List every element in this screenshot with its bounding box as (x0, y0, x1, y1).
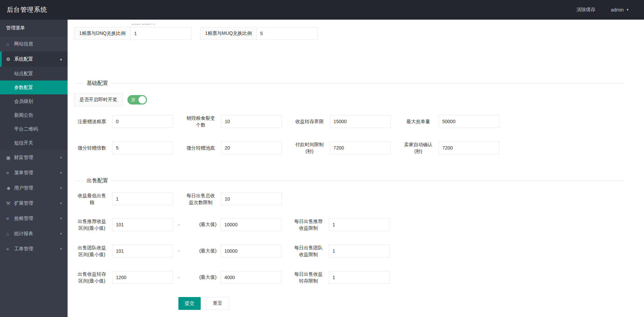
sidebar-header: 管理菜单 (0, 20, 68, 36)
income-transfer-limit-input[interactable] (330, 115, 391, 128)
field-max-grab: 最大抢单量 (402, 115, 511, 128)
dnq-ratio-input[interactable] (131, 27, 191, 40)
toggle-knob (139, 96, 146, 104)
sidebar-item-user-mgmt[interactable]: ☻ 用户管理 ▼ (0, 180, 68, 196)
clear-cache-link[interactable]: 清除缓存 (576, 7, 595, 13)
money-icon: ▣ (6, 155, 14, 160)
navbar-right: 清除缓存 admin ▼ (576, 7, 644, 13)
basic-fields-row-1: 注册赠送粮票 销毁粮食裂变个数 收益转存界限 最大抢单量 (76, 115, 511, 128)
chevron-down-icon: ▼ (59, 217, 63, 220)
transfer-max-input[interactable] (221, 271, 281, 284)
sell-recommend-range-row: 出售推荐收益区间(最小值) - (最大值) 每日出售推荐收益限制 (76, 218, 390, 231)
sidebar-item-menu-mgmt[interactable]: ≡ 菜单管理 ▼ (0, 165, 68, 180)
sidebar: 管理菜单 ⌂ 网站信息 ⚙ 系统配置 ▲ 站点配置 参数配置 会员级别 新闻公告… (0, 20, 68, 317)
sidebar-item-news[interactable]: 新闻公告 (0, 108, 68, 122)
sidebar-item-label: 统计报表 (14, 231, 33, 237)
sidebar-item-label: 系统配置 (14, 56, 33, 62)
top-navbar: 后台管理系统 清除缓存 admin ▼ (0, 0, 644, 20)
range-dash: - (173, 248, 184, 254)
sidebar-item-workorder-mgmt[interactable]: ≡ 工单管理 ▼ (0, 241, 68, 256)
muq-ratio-label: 1粮票与MUQ兑换比例 (200, 27, 257, 40)
sidebar-item-grain-grab-mgmt[interactable]: ≡ 抢粮管理 ▼ (0, 211, 68, 226)
range-dash: - (173, 275, 184, 280)
micro-pool-input[interactable] (221, 141, 282, 154)
sidebar-item-platform-qrcode[interactable]: 平台二维码 (0, 122, 68, 136)
field-label: 收益转存界限 (293, 118, 326, 125)
field-register-gift: 注册赠送粮票 (76, 115, 184, 128)
main-content: 2019-2020 © 1粮票与DNQ兑换比例 1粮票与MUQ兑换比例 基础配置… (68, 20, 644, 317)
home-icon: ⌂ (6, 41, 14, 47)
sidebar-item-statistics-report[interactable]: ⌂ 统计报表 ▼ (0, 226, 68, 241)
sidebar-item-label: 财富管理 (14, 155, 33, 161)
field-seller-auto-confirm: 卖家自动确认(秒) (402, 141, 511, 155)
sidebar-item-extension-mgmt[interactable]: ⚒ 扩展管理 ▼ (0, 196, 68, 211)
max-value-label: (最大值) (184, 222, 217, 228)
sidebar-item-label: 网站信息 (14, 41, 33, 47)
field-label: 收益最低出售额 (76, 192, 108, 206)
sidebar-item-website-info[interactable]: ⌂ 网站信息 (0, 36, 68, 51)
submit-button[interactable]: 提交 (178, 297, 201, 310)
recommend-min-input[interactable] (112, 218, 173, 231)
basic-config-section-header: 基础配置 (76, 80, 624, 87)
system-config-submenu: 站点配置 参数配置 会员级别 新闻公告 平台二维码 短信开关 (0, 67, 68, 150)
daily-total-sell-limit-input[interactable] (221, 193, 282, 205)
sell-team-range-row: 出售团队收益区间(最小值) - (最大值) 每日出售团队收益限制 (76, 244, 390, 258)
daily-team-input[interactable] (329, 245, 390, 257)
sidebar-item-label: 用户管理 (14, 185, 33, 191)
daily-transfer-label: 每日出售收益转存限制 (292, 271, 325, 284)
sidebar-item-wealth-mgmt[interactable]: ▣ 财富管理 ▼ (0, 150, 68, 165)
sidebar-item-label: 抢粮管理 (14, 216, 33, 222)
chevron-up-icon: ▲ (59, 58, 63, 61)
recommend-max-input[interactable] (221, 218, 281, 231)
instant-lottery-label: 是否开启即时开奖 (74, 93, 123, 106)
username: admin (611, 7, 624, 13)
min-sell-amount-input[interactable] (112, 193, 173, 205)
destroy-fission-input[interactable] (221, 115, 282, 128)
sidebar-item-site-config[interactable]: 站点配置 (0, 67, 68, 81)
sidebar-item-label: 工单管理 (14, 246, 33, 252)
field-daily-total-sell-limit: 每日出售总收益次数限制 (184, 192, 293, 206)
transfer-min-input[interactable] (112, 271, 173, 284)
sidebar-item-param-config[interactable]: 参数配置 (0, 81, 68, 94)
daily-recommend-input[interactable] (329, 218, 390, 231)
reset-button[interactable]: 重置 (206, 297, 229, 310)
daily-recommend-label: 每日出售推荐收益限制 (292, 218, 325, 231)
chevron-down-icon: ▼ (59, 186, 63, 190)
instant-lottery-toggle[interactable]: 开 (127, 95, 147, 105)
pay-time-limit-input[interactable] (330, 141, 391, 154)
daily-transfer-input[interactable] (329, 271, 390, 284)
muq-ratio-input[interactable] (257, 27, 317, 40)
max-grab-input[interactable] (439, 115, 499, 128)
seller-auto-confirm-input[interactable] (439, 141, 499, 154)
micro-multiple-input[interactable] (112, 141, 173, 154)
sell-transfer-range-row: 出售收益转存区间(最小值) - (最大值) 每日出售收益转存限制 (76, 271, 390, 284)
field-micro-pool: 微分转赠池底 (184, 141, 293, 155)
sidebar-item-sms-switch[interactable]: 短信开关 (0, 136, 68, 150)
sidebar-item-system-config[interactable]: ⚙ 系统配置 ▲ (0, 51, 68, 67)
field-label: 每日出售总收益次数限制 (184, 192, 217, 206)
field-income-transfer-limit: 收益转存界限 (293, 115, 402, 128)
toggle-on-text: 开 (131, 97, 135, 103)
chevron-down-icon: ▼ (626, 8, 629, 12)
field-min-sell-amount: 收益最低出售额 (76, 192, 184, 206)
divider (112, 83, 624, 84)
team-max-input[interactable] (221, 245, 281, 257)
field-label: 出售收益转存区间(最小值) (76, 271, 108, 284)
admin-app: 后台管理系统 清除缓存 admin ▼ 管理菜单 ⌂ 网站信息 ⚙ 系统配置 ▲… (0, 0, 644, 317)
menu-icon: ≡ (6, 170, 14, 176)
field-label: 销毁粮食裂变个数 (184, 115, 217, 128)
sidebar-item-label: 扩展管理 (14, 200, 33, 206)
field-label: 最大抢单量 (402, 118, 435, 125)
team-min-input[interactable] (112, 245, 173, 257)
sidebar-item-member-level[interactable]: 会员级别 (0, 94, 68, 108)
field-micro-multiple: 微分转赠倍数 (76, 141, 184, 155)
field-label: 卖家自动确认(秒) (402, 141, 435, 155)
chevron-down-icon: ▼ (59, 247, 63, 251)
users-icon: ☻ (6, 185, 14, 191)
max-value-label: (最大值) (184, 274, 217, 280)
dnq-ratio-label: 1粮票与DNQ兑换比例 (74, 27, 131, 40)
register-gift-input[interactable] (112, 115, 173, 128)
daily-team-label: 每日出售团队收益限制 (292, 244, 325, 258)
user-menu[interactable]: admin ▼ (611, 7, 629, 13)
field-destroy-fission: 销毁粮食裂变个数 (184, 115, 293, 128)
